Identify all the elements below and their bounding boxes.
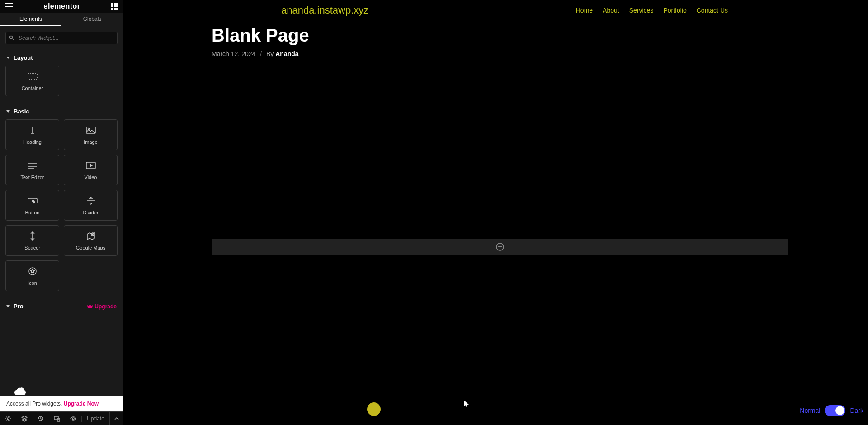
svg-point-17 — [72, 418, 74, 420]
svg-line-1 — [13, 39, 14, 40]
responsive-button[interactable] — [49, 412, 65, 425]
elementor-logo: elementor — [44, 2, 80, 10]
tab-elements[interactable]: Elements — [0, 13, 61, 26]
page-title: Blank Page — [212, 25, 779, 46]
svg-point-0 — [10, 36, 13, 39]
canvas: ananda.instawp.xyz Home About Services P… — [123, 0, 868, 425]
widget-text-editor[interactable]: Text Editor — [5, 155, 59, 185]
category-layout: Layout Container — [0, 50, 123, 104]
search-wrap — [0, 26, 123, 50]
caret-down-icon — [6, 110, 10, 113]
page-content: Blank Page March 12, 2024 / By Ananda — [123, 21, 868, 62]
preview-button[interactable] — [65, 412, 81, 425]
post-meta: March 12, 2024 / By Ananda — [212, 50, 779, 57]
caret-down-icon — [6, 57, 10, 59]
svg-point-14 — [7, 418, 9, 420]
category-basic-header[interactable]: Basic — [0, 104, 123, 119]
widget-icon[interactable]: Icon — [5, 260, 59, 291]
crown-icon — [87, 304, 93, 309]
mode-dark-label: Dark — [850, 407, 863, 414]
cloud-icon — [14, 387, 26, 396]
settings-button[interactable] — [0, 412, 16, 425]
panel-tabs: Elements Globals — [0, 13, 123, 26]
widget-heading[interactable]: Heading — [5, 119, 59, 150]
widget-image[interactable]: Image — [64, 119, 118, 150]
tab-globals[interactable]: Globals — [61, 13, 123, 26]
caret-down-icon — [6, 305, 10, 307]
widget-spacer[interactable]: Spacer — [5, 225, 59, 256]
apps-grid-icon[interactable] — [111, 3, 118, 10]
main-nav: Home About Services Portfolio Contact Us — [576, 7, 728, 14]
nav-about[interactable]: About — [603, 7, 619, 14]
responsive-icon — [54, 416, 60, 422]
video-icon — [85, 160, 96, 171]
google-maps-icon — [85, 231, 96, 241]
sidebar: elementor Elements Globals Layout Conta — [0, 0, 123, 425]
eye-icon — [70, 416, 76, 422]
by-label: By — [266, 50, 275, 57]
sidebar-header: elementor — [0, 0, 123, 13]
nav-home[interactable]: Home — [576, 7, 593, 14]
category-pro-header[interactable]: Pro Upgrade — [0, 298, 123, 314]
hamburger-menu-icon[interactable] — [5, 3, 13, 9]
widget-google-maps[interactable]: Google Maps — [64, 225, 118, 256]
svg-point-12 — [92, 234, 93, 235]
nav-contact[interactable]: Contact Us — [697, 7, 728, 14]
cursor-icon — [464, 401, 470, 408]
navigator-button[interactable] — [16, 412, 33, 425]
bottom-bar: Update — [0, 411, 123, 425]
site-title[interactable]: ananda.instawp.xyz — [281, 5, 368, 16]
nav-services[interactable]: Services — [629, 7, 654, 14]
pro-banner: Access all Pro widgets. Upgrade Now — [0, 396, 123, 411]
widget-button[interactable]: Button — [5, 190, 59, 221]
widget-video[interactable]: Video — [64, 155, 118, 185]
dark-mode-toggle[interactable] — [825, 405, 845, 416]
post-date: March 12, 2024 — [212, 50, 255, 57]
upgrade-now-link[interactable]: Upgrade Now — [64, 401, 99, 407]
nav-portfolio[interactable]: Portfolio — [663, 7, 686, 14]
post-author[interactable]: Ananda — [275, 50, 298, 57]
divider-icon — [85, 195, 96, 206]
add-icon — [496, 243, 504, 251]
category-layout-header[interactable]: Layout — [0, 50, 123, 66]
toggle-knob — [835, 406, 844, 415]
image-icon — [85, 125, 96, 136]
meta-separator: / — [260, 50, 262, 57]
text-editor-icon — [27, 160, 38, 171]
widget-divider[interactable]: Divider — [64, 190, 118, 221]
widget-container[interactable]: Container — [5, 66, 59, 96]
container-icon — [27, 71, 38, 82]
upgrade-link[interactable]: Upgrade — [87, 303, 117, 310]
category-basic: Basic Heading Image — [0, 104, 123, 298]
update-button[interactable]: Update — [81, 416, 109, 422]
gear-icon — [5, 416, 11, 422]
layers-icon — [21, 416, 28, 422]
widgets-panel: Layout Container Basic — [0, 50, 123, 396]
add-section-area[interactable] — [212, 239, 788, 255]
site-header: ananda.instawp.xyz Home About Services P… — [123, 0, 868, 21]
history-button[interactable] — [33, 412, 49, 425]
star-icon — [27, 266, 38, 277]
search-icon — [9, 35, 14, 41]
spacer-icon — [27, 231, 38, 241]
mode-normal-label: Normal — [800, 407, 820, 414]
publish-options-button[interactable] — [109, 412, 123, 425]
button-icon — [27, 195, 38, 206]
heading-icon — [27, 125, 38, 136]
search-input[interactable] — [5, 32, 118, 44]
svg-rect-2 — [28, 74, 37, 79]
history-icon — [38, 416, 44, 422]
mode-toggle: Normal Dark — [800, 405, 863, 416]
chevron-up-icon — [114, 417, 119, 420]
highlight-marker — [367, 402, 381, 416]
